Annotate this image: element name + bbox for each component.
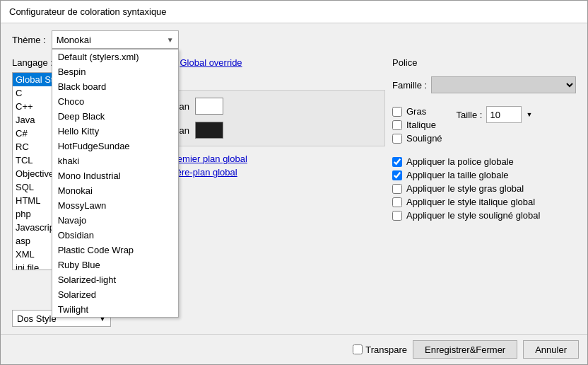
apply-gras-row: Appliquer le style gras global (392, 183, 576, 194)
apply-taille-checkbox[interactable] (392, 170, 402, 180)
theme-dropdown[interactable]: Monokai ▼ (52, 30, 179, 49)
apply-souligne-label: Appliquer le style souligné global (406, 210, 540, 221)
famille-dropdown[interactable] (431, 76, 576, 93)
theme-option-khaki[interactable]: khaki (52, 153, 178, 168)
theme-option-bespin[interactable]: Bespin (52, 64, 178, 79)
souligne-checkbox[interactable] (392, 134, 402, 144)
arriere-plan-color-box[interactable] (195, 122, 223, 139)
apply-italique-checkbox[interactable] (392, 197, 402, 207)
theme-option-plasticcodewrap[interactable]: Plastic Code Wrap (52, 243, 178, 257)
apply-taille-label: Appliquer la taille globale (406, 170, 509, 180)
souligne-row: Souligné (392, 133, 442, 144)
theme-option-twilight[interactable]: Twilight (52, 302, 178, 317)
theme-label: Thème : (12, 35, 46, 45)
theme-option-vibrantink[interactable]: Vibrant Ink (52, 317, 178, 318)
apply-souligne-checkbox[interactable] (392, 211, 402, 221)
gras-label: Gras (406, 106, 426, 117)
theme-option-solarized[interactable]: Solarized (52, 287, 178, 302)
premier-plan-color-box[interactable] (195, 98, 223, 115)
italique-checkbox[interactable] (392, 120, 402, 130)
apply-police-label: Appliquer la police globale (406, 156, 514, 167)
apply-souligne-row: Appliquer le style souligné global (392, 210, 576, 221)
police-label: Police (392, 57, 576, 68)
content-area: Thème : Monokai ▼ Default (stylers.xml) … (1, 23, 587, 334)
override-link[interactable]: Global override (180, 57, 242, 68)
famille-row: Famille : (392, 76, 576, 93)
apply-police-checkbox[interactable] (392, 157, 402, 167)
italique-label: Italique (406, 120, 436, 130)
right-options: Appliquer la police globale Appliquer la… (392, 156, 576, 221)
window-title: Configurateur de coloration syntaxique (9, 6, 167, 17)
dropdown-arrow-icon: ▼ (167, 36, 174, 44)
apply-police-row: Appliquer la police globale (392, 156, 576, 167)
title-bar: Configurateur de coloration syntaxique (1, 1, 587, 23)
theme-option-choco[interactable]: Choco (52, 94, 178, 109)
theme-option-default[interactable]: Default (stylers.xml) (52, 50, 178, 64)
theme-row: Thème : Monokai ▼ Default (stylers.xml) … (12, 30, 576, 49)
theme-option-mono-industrial[interactable]: Mono Industrial (52, 168, 178, 183)
theme-selected-value: Monokai (57, 35, 91, 45)
theme-option-rubyblue[interactable]: Ruby Blue (52, 257, 178, 272)
bottom-bar: Transpare Enregistrer&Fermer Annuler (1, 334, 587, 364)
right-panel: Police Famille : Gras (392, 57, 576, 327)
theme-option-navajo[interactable]: Navajo (52, 213, 178, 228)
transparent-label: Transpare (365, 344, 407, 355)
apply-gras-label: Appliquer le style gras global (406, 183, 524, 194)
save-button[interactable]: Enregistrer&Fermer (413, 340, 517, 359)
main-window: Configurateur de coloration syntaxique T… (0, 0, 588, 365)
theme-option-blackboard[interactable]: Black board (52, 79, 178, 94)
theme-option-mossylawn[interactable]: MossyLawn (52, 198, 178, 213)
theme-option-obsidian[interactable]: Obsidian (52, 228, 178, 243)
theme-option-deepblack[interactable]: Deep Black (52, 109, 178, 124)
souligne-label: Souligné (406, 133, 442, 144)
cancel-button[interactable]: Annuler (523, 340, 579, 359)
theme-option-hotfudge[interactable]: HotFudgeSundae (52, 139, 178, 153)
theme-dropdown-list: Default (stylers.xml) Bespin Black board… (52, 49, 179, 318)
transparent-checkbox[interactable] (353, 344, 363, 354)
famille-label: Famille : (392, 80, 427, 91)
apply-italique-label: Appliquer le style italique global (406, 197, 535, 207)
taille-input[interactable] (486, 106, 522, 123)
italique-row: Italique (392, 120, 442, 130)
taille-label: Taille : (457, 110, 483, 120)
taille-row: Taille : ▼ (457, 106, 533, 123)
gras-row: Gras (392, 106, 442, 117)
theme-dropdown-wrapper: Monokai ▼ Default (stylers.xml) Bespin B… (52, 30, 179, 49)
style-checkboxes: Gras Italique Souligné (392, 106, 442, 144)
gras-checkbox[interactable] (392, 107, 402, 117)
language-label: Langage : (12, 57, 53, 68)
theme-option-hellokitty[interactable]: Hello Kitty (52, 124, 178, 139)
apply-gras-checkbox[interactable] (392, 184, 402, 194)
style-selected: Dos Style (17, 313, 57, 324)
theme-option-monokai[interactable]: Monokai (52, 183, 178, 198)
apply-taille-row: Appliquer la taille globale (392, 170, 576, 180)
taille-arrow-icon: ▼ (526, 111, 532, 118)
theme-option-solarizedlight[interactable]: Solarized-light (52, 272, 178, 287)
apply-italique-row: Appliquer le style italique global (392, 197, 576, 207)
transparent-row: Transpare (353, 344, 407, 355)
